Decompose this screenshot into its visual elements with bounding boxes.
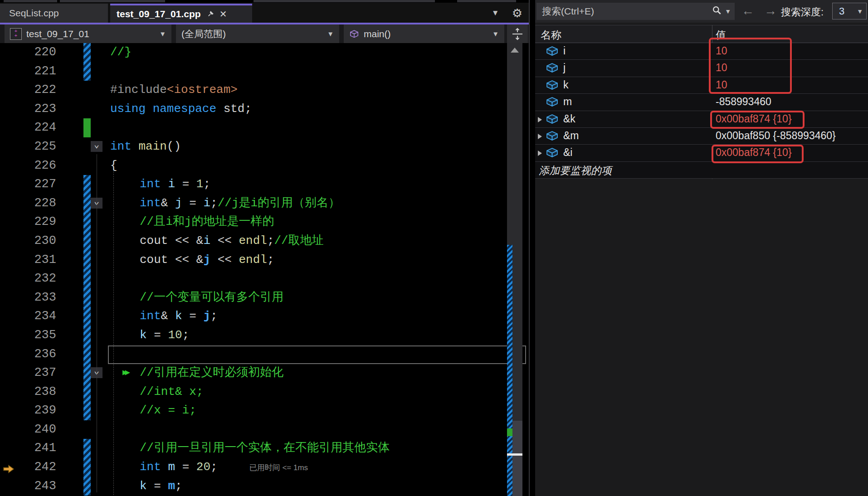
close-icon[interactable]: ✕ [219, 9, 227, 19]
editor-line-220[interactable]: 220//} [0, 43, 529, 62]
tab-test-09-17-01-cpp[interactable]: test_09_17_01.cpp ✕ [110, 4, 252, 23]
editor-line-235[interactable]: 235k = 10; [0, 326, 529, 345]
search-input[interactable]: 搜索(Ctrl+E) ▼ [536, 3, 735, 20]
watch-row-k[interactable]: k10 [535, 77, 868, 94]
scroll-up-arrow-icon[interactable] [511, 48, 519, 53]
watch-name[interactable]: m [563, 96, 572, 108]
editor-line-232[interactable]: 232 [0, 269, 529, 288]
code-text[interactable] [108, 420, 529, 439]
code-text[interactable]: int i = 1; [108, 175, 529, 194]
pin-icon[interactable] [207, 9, 215, 19]
editor-line-237[interactable]: 237⌄▶▶//引用在定义时必须初始化 [0, 364, 529, 383]
code-text[interactable]: using namespace std; [108, 100, 529, 119]
function-dropdown[interactable]: main() ▼ [344, 24, 504, 43]
back-arrow-icon[interactable]: ← [741, 4, 754, 18]
search-depth-dropdown[interactable]: 3 ▼ [832, 3, 867, 19]
editor-line-243[interactable]: 243k = m; [0, 477, 529, 496]
line-number: 236 [0, 345, 63, 364]
editor-line-229[interactable]: 229//且i和j的地址是一样的 [0, 213, 529, 232]
column-header-name[interactable]: 名称 [541, 28, 561, 42]
code-text[interactable]: //且i和j的地址是一样的 [108, 213, 529, 232]
code-text[interactable]: //引用一旦引用一个实体，在不能引用其他实体 [108, 439, 529, 458]
editor-line-233[interactable]: 233//一个变量可以有多个引用 [0, 288, 529, 307]
editor-line-234[interactable]: 234int& k = j; [0, 307, 529, 326]
editor-line-226[interactable]: 226{ [0, 156, 529, 175]
watch-row-addr-k[interactable]: &k0x00baf874 {10} [535, 111, 868, 128]
code-text[interactable] [108, 118, 529, 137]
code-text[interactable] [108, 62, 529, 81]
cpp-project-icon: ++ [10, 28, 22, 40]
scope-dropdown[interactable]: (全局范围) ▼ [176, 24, 339, 43]
editor-line-225[interactable]: 225⌄int main() [0, 137, 529, 156]
watch-value[interactable]: -858993460 [716, 96, 771, 108]
code-editor[interactable]: 220//}221222#include<iostream>223using n… [0, 43, 529, 496]
panel-divider[interactable] [529, 0, 530, 496]
code-text[interactable]: int m = 20;已用时间 <= 1ms [108, 458, 529, 477]
watch-name[interactable]: j [563, 62, 566, 74]
gear-icon[interactable]: ⚙ [512, 7, 522, 19]
editor-line-240[interactable]: 240 [0, 420, 529, 439]
tab-seqlist-cpp[interactable]: SeqList.cpp [0, 4, 108, 23]
editor-line-222[interactable]: 222#include<iostream> [0, 81, 529, 100]
code-text[interactable]: //} [108, 43, 529, 62]
editor-gutter [63, 62, 108, 81]
expand-triangle-icon[interactable] [538, 151, 542, 156]
code-text[interactable]: //int& x; [108, 383, 529, 402]
add-watch-item-row[interactable]: 添加要监视的项 [535, 162, 868, 179]
watch-row-i[interactable]: i10 [535, 43, 868, 60]
perf-tip[interactable]: 已用时间 <= 1ms [249, 463, 308, 472]
editor-gutter [63, 458, 108, 477]
code-text[interactable]: #include<iostream> [108, 81, 529, 100]
code-text[interactable]: //x = i; [108, 401, 529, 420]
editor-line-224[interactable]: 224 [0, 118, 529, 137]
code-text[interactable]: { [108, 156, 529, 175]
watch-name[interactable]: &k [563, 113, 575, 125]
editor-line-230[interactable]: 230cout << &i << endl;//取地址 [0, 232, 529, 251]
watch-value[interactable]: 0x00baf850 {-858993460} [716, 130, 836, 142]
editor-line-228[interactable]: 228⌄int& j = i;//j是i的引用（别名） [0, 194, 529, 213]
chevron-down-icon[interactable]: ▼ [725, 8, 731, 15]
fold-chevron-icon[interactable]: ⌄ [91, 141, 102, 152]
watch-name[interactable]: k [563, 79, 569, 91]
editor-line-242[interactable]: 242int m = 20;已用时间 <= 1ms [0, 458, 529, 477]
forward-arrow-icon[interactable]: → [764, 4, 777, 18]
code-text[interactable]: cout << &i << endl;//取地址 [108, 232, 529, 251]
editor-line-221[interactable]: 221 [0, 62, 529, 81]
run-to-cursor-icon[interactable]: ▶▶ [122, 364, 127, 383]
change-bar-blue [83, 401, 91, 420]
search-icon[interactable] [712, 5, 722, 18]
watch-name[interactable]: &i [563, 146, 572, 159]
editor-line-227[interactable]: 227int i = 1; [0, 175, 529, 194]
split-editor-button[interactable] [507, 24, 528, 43]
watch-name[interactable]: i [563, 45, 566, 57]
expand-triangle-icon[interactable] [538, 117, 542, 122]
code-text[interactable]: ▶▶//引用在定义时必须初始化 [108, 364, 529, 383]
editor-line-231[interactable]: 231cout << &j << endl; [0, 251, 529, 270]
tab-overflow-chevron-icon[interactable]: ▼ [492, 9, 499, 18]
code-text[interactable] [108, 269, 529, 288]
project-dropdown[interactable]: ++ test_09_17_01 ▼ [5, 24, 171, 43]
code-text[interactable]: k = 10; [108, 326, 529, 345]
code-text[interactable]: int& j = i;//j是i的引用（别名） [108, 194, 529, 213]
editor-line-236[interactable]: 236 [0, 345, 529, 364]
code-text[interactable] [108, 345, 529, 364]
code-text[interactable]: //一个变量可以有多个引用 [108, 288, 529, 307]
editor-vertical-scrollbar[interactable] [507, 43, 522, 496]
watch-row-j[interactable]: j10 [535, 60, 868, 77]
watch-row-m[interactable]: m-858993460 [535, 94, 868, 111]
expand-triangle-icon[interactable] [538, 134, 542, 139]
line-number: 224 [0, 118, 63, 137]
code-text[interactable]: k = m; [108, 477, 529, 496]
editor-line-238[interactable]: 238//int& x; [0, 383, 529, 402]
watch-row-addr-i[interactable]: &i0x00baf874 {10} [535, 145, 868, 161]
editor-line-223[interactable]: 223using namespace std; [0, 100, 529, 119]
code-text[interactable]: int& k = j; [108, 307, 529, 326]
watch-row-addr-m[interactable]: &m0x00baf850 {-858993460} [535, 128, 868, 145]
line-number: 232 [0, 269, 63, 288]
code-text[interactable]: int main() [108, 137, 529, 156]
editor-line-239[interactable]: 239//x = i; [0, 401, 529, 420]
code-text[interactable]: cout << &j << endl; [108, 251, 529, 270]
watch-name[interactable]: &m [563, 130, 579, 142]
variable-cube-icon [546, 63, 558, 76]
editor-line-241[interactable]: 241//引用一旦引用一个实体，在不能引用其他实体 [0, 439, 529, 458]
